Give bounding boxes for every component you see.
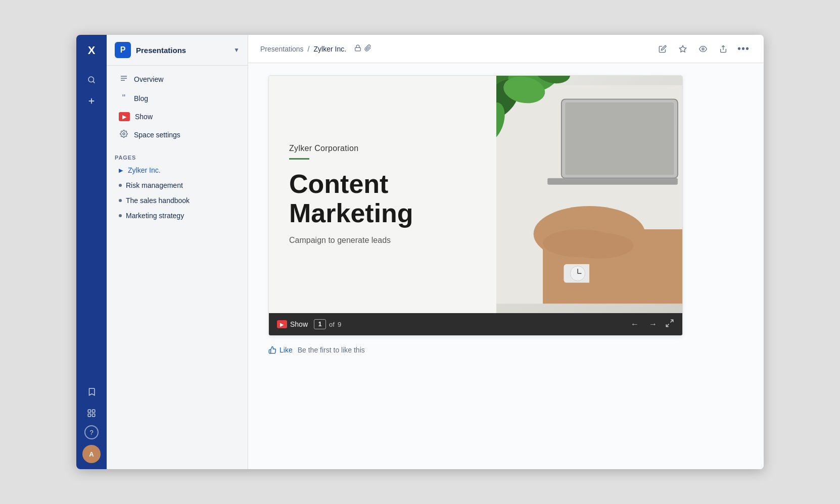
bullet-icon [119,199,122,202]
attachment-icon[interactable] [364,44,371,53]
svg-point-13 [702,48,704,50]
page-item-sales-handbook[interactable]: The sales handbook [107,193,248,208]
create-icon[interactable] [82,92,101,110]
user-avatar[interactable]: A [82,445,101,463]
current-page: 1 [314,319,326,329]
slide-image [496,76,682,313]
bullet-icon [119,214,122,217]
topbar-actions: ••• [655,41,752,57]
overview-icon [119,74,129,84]
bullet-icon [119,184,122,187]
blog-label: Blog [134,94,148,103]
total-pages: 9 [338,321,341,328]
svg-line-35 [671,320,673,322]
chevron-right-icon: ▶ [119,167,123,174]
more-button[interactable]: ••• [735,41,752,57]
bookmarks-icon[interactable] [82,383,101,401]
edit-button[interactable] [655,41,671,57]
slide-corporation-name: Zylker Corporation [289,144,476,153]
page-label-marketing-strategy: Marketing strategy [126,212,184,220]
svg-rect-6 [92,414,95,417]
slide-title: Content Marketing [289,170,476,227]
watch-button[interactable] [695,41,711,57]
like-description: Be the first to like this [298,346,365,354]
slide-area: Zylker Corporation Content Marketing Cam… [269,76,682,313]
space-header[interactable]: P Presentations ▼ [107,35,248,66]
page-label-sales-handbook: The sales handbook [126,196,190,205]
svg-rect-24 [547,178,678,185]
show-button[interactable]: ▶ Show [277,320,308,328]
svg-rect-4 [92,410,95,412]
svg-point-34 [564,232,633,259]
like-section: Like Be the first to like this [268,346,743,354]
show-play-icon: ▶ [277,320,287,328]
overview-label: Overview [134,75,163,83]
space-name: Presentations [136,46,228,55]
app-logo[interactable]: X [82,41,101,59]
fullscreen-button[interactable] [665,319,674,330]
app-window: X ? A [76,35,764,469]
breadcrumb: Presentations / Zylker Inc. [260,44,655,53]
breadcrumb-parent[interactable]: Presentations [260,45,304,53]
page-item-zylker-inc[interactable]: ▶ Zylker Inc. [107,163,248,178]
show-label: Show [290,320,308,328]
space-icon: P [115,42,131,58]
icon-rail: X ? A [76,35,107,469]
svg-point-10 [123,133,125,135]
like-button[interactable]: Like [268,346,293,354]
sidebar-item-blog[interactable]: " Blog [111,89,244,108]
apps-icon[interactable] [82,404,101,422]
slide-green-bar [289,158,309,160]
sidebar-item-space-settings[interactable]: Space settings [111,126,244,144]
page-item-marketing-strategy[interactable]: Marketing strategy [107,208,248,223]
pages-section-label: PAGES [107,148,248,163]
breadcrumb-current: Zylker Inc. [314,45,347,53]
slide-subtitle: Campaign to generate leads [289,236,476,245]
next-slide-button[interactable]: → [647,318,659,331]
sidebar: P Presentations ▼ Overview " Blog ▶ Show [107,35,248,469]
sidebar-item-overview[interactable]: Overview [111,70,244,88]
page-label-risk-management: Risk management [126,181,183,189]
search-icon[interactable] [82,71,101,89]
svg-text:X: X [88,44,96,57]
svg-point-2 [88,77,94,82]
page-item-risk-management[interactable]: Risk management [107,178,248,193]
page-info: 1 of 9 [314,319,341,329]
svg-rect-23 [565,103,674,175]
share-button[interactable] [715,41,731,57]
svg-marker-12 [679,45,686,52]
svg-rect-3 [88,410,90,412]
page-content: Zylker Corporation Content Marketing Cam… [248,63,764,469]
page-label-zylker-inc: Zylker Inc. [128,166,161,174]
svg-rect-5 [88,414,90,417]
slide-content: Zylker Corporation Content Marketing Cam… [269,76,496,313]
presentation-embed: Zylker Corporation Content Marketing Cam… [268,75,683,336]
sidebar-nav: Overview " Blog ▶ Show Space settings [107,66,248,148]
sidebar-item-show[interactable]: ▶ Show [111,108,244,125]
like-label: Like [279,346,293,354]
help-icon[interactable]: ? [84,425,99,439]
svg-line-36 [666,324,669,326]
presentation-toolbar: ▶ Show 1 of 9 ← → [269,313,682,335]
show-icon: ▶ [119,112,130,121]
space-settings-label: Space settings [134,131,180,139]
settings-icon [119,130,129,140]
show-label: Show [135,113,153,121]
topbar: Presentations / Zylker Inc. [248,35,764,63]
lock-icon[interactable] [354,44,361,53]
prev-slide-button[interactable]: ← [629,318,641,331]
blog-icon: " [119,93,129,104]
of-label: of [329,321,335,328]
main-content: Presentations / Zylker Inc. [248,35,764,469]
breadcrumb-meta-icons [354,44,371,53]
chevron-down-icon: ▼ [234,46,240,54]
star-button[interactable] [675,41,691,57]
breadcrumb-separator: / [308,45,310,53]
svg-rect-11 [355,47,361,51]
